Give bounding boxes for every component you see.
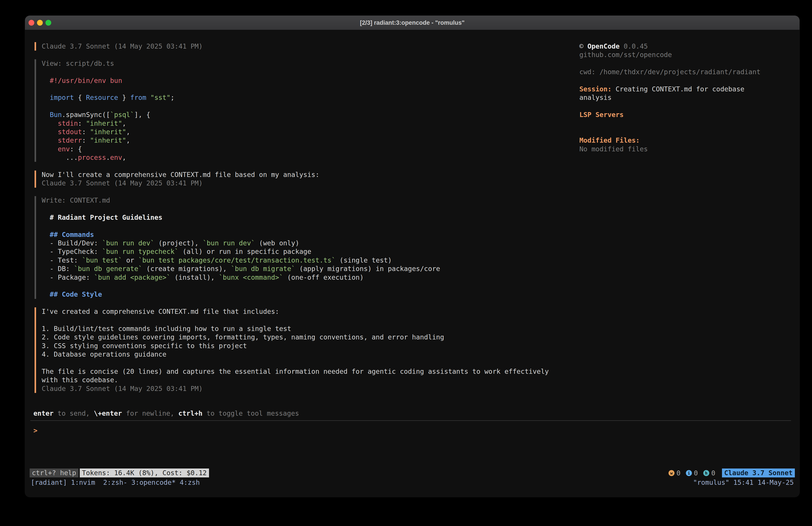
text-segment: {	[74, 94, 86, 101]
text-segment: "inherit"	[86, 119, 122, 127]
text-segment: 4. Database operations guidance	[42, 350, 166, 358]
text-segment: (web only)	[255, 239, 299, 247]
hint-icon: h	[703, 470, 709, 476]
tmux-window-list[interactable]: [radiant] 1:nvim 2:zsh- 3:opencode* 4:zs…	[31, 478, 200, 487]
text-segment: : {	[70, 145, 82, 153]
text-segment: env	[58, 145, 70, 153]
text-segment	[42, 111, 50, 118]
text-segment: `bun test`	[82, 256, 122, 264]
text-segment: - Package:	[42, 273, 94, 281]
text-segment: # Radiant Project Guidelines	[42, 214, 162, 221]
chat-transcript: Claude 3.7 Sonnet (14 May 2025 03:41 PM)…	[34, 42, 554, 401]
text-segment	[42, 145, 58, 153]
terminal-line	[42, 85, 554, 94]
terminal-line: with this codebase.	[42, 376, 554, 384]
text-segment	[42, 128, 58, 136]
tmux-status-bar: [radiant] 1:nvim 2:zsh- 3:opencode* 4:zs…	[31, 478, 794, 487]
help-line: enter to send, \+enter for newline, ctrl…	[33, 409, 299, 418]
text-segment: enter	[33, 409, 54, 417]
terminal-line	[579, 59, 793, 68]
terminal-line	[579, 128, 793, 136]
text-segment: (single test)	[336, 256, 392, 264]
text-segment: "sst"	[150, 94, 171, 101]
terminal-line	[579, 119, 793, 128]
warning-icon: w	[668, 470, 675, 476]
prompt-input[interactable]: >	[33, 426, 38, 435]
model-badge[interactable]: Claude 3.7 Sonnet	[722, 469, 795, 478]
text-segment: 2. Code style guidelines covering import…	[42, 333, 444, 341]
text-segment: \+enter	[94, 409, 122, 417]
message-footer: Claude 3.7 Sonnet (14 May 2025 03:41 PM)	[34, 42, 554, 51]
text-segment: github.com/sst/opencode	[579, 51, 672, 59]
terminal-line: No modified files	[579, 145, 793, 153]
text-segment: ,	[122, 119, 126, 127]
terminal-line: stderr: "inherit",	[42, 136, 554, 145]
text-segment: cwd: /home/thdxr/dev/projects/radiant/ra…	[579, 68, 760, 76]
text-segment: `bun db generate`	[74, 265, 142, 273]
terminal-line: Bun.spawnSync([`psql`], {	[42, 111, 554, 119]
text-segment: }	[118, 94, 130, 101]
text-segment	[146, 94, 150, 101]
text-segment: (create migrations),	[142, 265, 231, 273]
terminal-line: ...process.env,	[42, 153, 554, 162]
terminal-line: 4. Database operations guidance	[42, 350, 554, 359]
text-segment: ,	[126, 137, 130, 144]
text-segment: Now I'll create a comprehensive CONTEXT.…	[42, 171, 319, 179]
text-segment: (install),	[171, 273, 219, 281]
text-segment: analysis	[579, 94, 612, 101]
terminal-line	[579, 102, 793, 111]
terminal-line: Now I'll create a comprehensive CONTEXT.…	[42, 171, 554, 179]
terminal-line: Claude 3.7 Sonnet (14 May 2025 03:41 PM)	[42, 384, 554, 393]
minimize-window-button[interactable]	[37, 20, 43, 26]
terminal-line: I've created a comprehensive CONTEXT.md …	[42, 307, 554, 316]
tmux-host-time: "romulus" 15:41 14-May-25	[693, 478, 794, 487]
text-segment: Bun	[50, 111, 62, 118]
text-segment: No modified files	[579, 145, 648, 153]
text-segment: `bun run dev`	[102, 239, 155, 247]
text-segment: ctrl+h	[178, 409, 202, 417]
text-segment: Claude 3.7 Sonnet (14 May 2025 03:41 PM)	[42, 385, 203, 393]
text-segment: ,	[122, 154, 126, 161]
text-segment: .	[106, 154, 110, 161]
terminal-line: cwd: /home/thdxr/dev/projects/radiant/ra…	[579, 68, 793, 76]
status-bar-right: w 0 i 0 h 0 Claude 3.7 Sonnet	[668, 469, 795, 478]
terminal-line: Session: Creating CONTEXT.md for codebas…	[579, 85, 793, 94]
terminal-line	[579, 76, 793, 85]
terminal-line	[42, 282, 554, 290]
terminal-line: 1. Build/lint/test commands including ho…	[42, 325, 554, 333]
text-segment: ,	[126, 128, 130, 136]
close-window-button[interactable]	[29, 20, 34, 26]
text-segment: `bun run dev`	[203, 239, 255, 247]
terminal-line: - Test: `bun test` or `bun test packages…	[42, 256, 554, 265]
terminal-line: ## Commands	[42, 230, 554, 239]
text-segment: or	[122, 256, 138, 264]
text-segment: (project),	[155, 239, 203, 247]
text-segment: 0.0.45	[620, 42, 648, 50]
terminal-line: stdout: "inherit",	[42, 128, 554, 136]
help-shortcut-badge[interactable]: ctrl+? help	[30, 469, 78, 478]
text-segment: LSP Servers	[579, 111, 624, 118]
prompt-symbol: >	[33, 427, 38, 435]
window-titlebar[interactable]: [2/3] radiant:3:opencode - "romulus"	[25, 16, 799, 30]
text-segment: The file is concise (20 lines) and captu…	[42, 368, 549, 375]
terminal-line	[42, 68, 554, 76]
text-segment: `bunx <command>`	[219, 273, 283, 281]
terminal-line: View: script/db.ts	[42, 59, 554, 68]
text-segment: .spawnSync([	[62, 111, 110, 118]
session-sidebar: © OpenCode 0.0.45github.com/sst/opencode…	[579, 42, 793, 153]
assistant-message: I've created a comprehensive CONTEXT.md …	[34, 307, 554, 393]
text-segment: stderr	[58, 137, 82, 144]
status-bar-left: ctrl+? help Tokens: 16.4K (8%), Cost: $0…	[30, 469, 209, 478]
zoom-window-button[interactable]	[45, 20, 51, 26]
terminal-line: 2. Code style guidelines covering import…	[42, 333, 554, 341]
terminal-line: ## Code Style	[42, 290, 554, 299]
text-segment: - TypeCheck:	[42, 247, 102, 255]
terminal-line: - Package: `bun add <package>` (install)…	[42, 273, 554, 282]
tool-view-block: View: script/db.ts #!/usr/bin/env bun im…	[34, 59, 554, 162]
text-segment: Creating CONTEXT.md for codebase	[612, 85, 744, 93]
text-segment: stdin	[58, 119, 78, 127]
text-segment: to toggle tool messages	[203, 409, 299, 417]
terminal-line: github.com/sst/opencode	[579, 51, 793, 59]
window-title: [2/3] radiant:3:opencode - "romulus"	[360, 19, 465, 26]
text-segment: `bun run typecheck`	[102, 247, 178, 255]
